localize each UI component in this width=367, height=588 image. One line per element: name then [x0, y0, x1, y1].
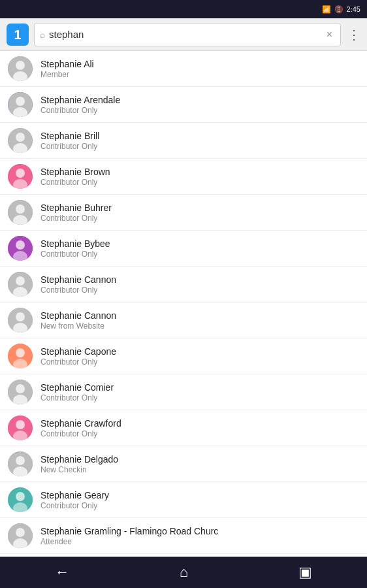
svg-point-18: [16, 240, 25, 250]
contact-info: Stephanie BrownContributor Only: [40, 167, 110, 187]
contact-name: Stephanie Bybee: [40, 238, 110, 249]
contact-sub: New Checkin: [40, 465, 118, 474]
time-display: 2:45: [347, 5, 360, 13]
list-item[interactable]: Stephanie DelgadoNew Checkin: [0, 446, 367, 482]
list-item[interactable]: Stephanie Gramling - Flamingo Road Churc…: [0, 518, 367, 554]
search-bar: 1 ⌕ × ⋮: [0, 18, 367, 51]
contact-name: Stephanie Delgado: [40, 454, 118, 465]
contact-info: Stephanie CaponeContributor Only: [40, 346, 116, 367]
nav-bar: ← ⌂ ▣: [0, 557, 367, 588]
svg-point-30: [16, 384, 25, 393]
contact-info: Stephanie GearyContributor Only: [40, 490, 109, 510]
svg-point-27: [16, 348, 25, 357]
contact-info: Stephanie CrawfordContributor Only: [40, 418, 121, 438]
back-button[interactable]: ←: [42, 559, 82, 586]
list-item[interactable]: Stephanie GearyContributor Only: [0, 482, 367, 518]
contact-name: Stephanie Geary: [40, 490, 109, 500]
signal-icon: 📵: [334, 5, 343, 14]
list-item[interactable]: Stephanie BybeeContributor Only: [0, 231, 367, 267]
contact-sub: Member: [40, 70, 94, 79]
svg-point-6: [16, 97, 25, 106]
list-item[interactable]: Stephanie ComierContributor Only: [0, 374, 367, 410]
contact-info: Stephanie CannonNew from Website: [40, 310, 116, 331]
contact-sub: Contributor Only: [40, 142, 99, 151]
contact-name: Stephanie Gramling - Flamingo Road Churc: [40, 526, 218, 536]
avatar: [8, 56, 33, 81]
contact-sub: Contributor Only: [40, 106, 120, 115]
list-item[interactable]: Stephanie CrawfordContributor Only: [0, 410, 367, 446]
contact-sub: New from Website: [40, 321, 116, 331]
contact-info: Stephanie AliMember: [40, 59, 94, 79]
svg-point-42: [16, 528, 25, 537]
list-item[interactable]: Stephanie BrillContributor Only: [0, 123, 367, 159]
contact-name: Stephanie Cannon: [40, 310, 116, 321]
avatar: [8, 344, 33, 368]
search-icon: ⌕: [40, 29, 45, 40]
contact-sub: Contributor Only: [40, 178, 110, 187]
contact-info: Stephanie CannonContributor Only: [40, 274, 116, 295]
clear-button[interactable]: ×: [324, 27, 335, 42]
contact-name: Stephanie Crawford: [40, 418, 121, 429]
avatar: [8, 416, 33, 440]
avatar: [8, 308, 33, 333]
contact-info: Stephanie ArendaleContributor Only: [40, 95, 120, 115]
svg-point-21: [16, 276, 25, 286]
list-item[interactable]: Stephanie CannonContributor Only: [0, 267, 367, 302]
list-item[interactable]: Stephanie AliMember: [0, 51, 367, 87]
contact-sub: Contributor Only: [40, 286, 116, 295]
contact-info: Stephanie Gramling - Flamingo Road Churc…: [40, 526, 218, 546]
svg-point-9: [16, 133, 25, 142]
avatar: [8, 200, 33, 225]
svg-point-15: [16, 204, 25, 214]
contact-list: Stephanie AliMember Stephanie ArendaleCo…: [0, 51, 367, 557]
svg-text:1: 1: [14, 27, 21, 42]
contact-info: Stephanie BybeeContributor Only: [40, 238, 110, 259]
more-options-button[interactable]: ⋮: [347, 27, 360, 42]
avatar: [8, 92, 33, 117]
status-bar: 📶 📵 2:45: [0, 0, 367, 18]
contact-name: Stephanie Arendale: [40, 95, 120, 105]
avatar: [8, 236, 33, 261]
contact-name: Stephanie Ali: [40, 59, 94, 69]
svg-point-33: [16, 420, 25, 429]
contact-sub: Contributor Only: [40, 501, 109, 510]
avatar: [8, 487, 33, 512]
contact-sub: Contributor Only: [40, 214, 112, 223]
contact-sub: Contributor Only: [40, 393, 114, 402]
contact-name: Stephanie Buhrer: [40, 203, 112, 213]
list-item[interactable]: Stephanie CannonNew from Website: [0, 302, 367, 338]
avatar: [8, 272, 33, 297]
list-item[interactable]: Stephanie BrownContributor Only: [0, 159, 367, 195]
contact-info: Stephanie BrillContributor Only: [40, 131, 99, 151]
home-button[interactable]: ⌂: [167, 559, 201, 586]
avatar: [8, 128, 33, 153]
svg-point-3: [16, 61, 25, 70]
avatar: [8, 523, 33, 548]
contact-info: Stephanie DelgadoNew Checkin: [40, 454, 118, 474]
contact-info: Stephanie BuhrerContributor Only: [40, 203, 112, 223]
contact-name: Stephanie Brill: [40, 131, 99, 141]
contact-name: Stephanie Cannon: [40, 274, 116, 285]
search-input-wrapper[interactable]: ⌕ ×: [34, 23, 341, 46]
status-icons: 📶 📵 2:45: [322, 5, 360, 14]
list-item[interactable]: Stephanie ArendaleContributor Only: [0, 87, 367, 123]
contact-sub: Contributor Only: [40, 429, 121, 438]
contact-sub: Contributor Only: [40, 250, 110, 259]
svg-point-36: [16, 456, 25, 465]
avatar: [8, 451, 33, 476]
list-item[interactable]: Stephanie BuhrerContributor Only: [0, 195, 367, 231]
contact-name: Stephanie Brown: [40, 167, 110, 177]
contact-sub: Contributor Only: [40, 357, 116, 367]
recent-button[interactable]: ▣: [285, 559, 325, 586]
app-logo: 1: [7, 24, 29, 46]
search-input[interactable]: [49, 29, 324, 40]
contact-info: Stephanie ComierContributor Only: [40, 382, 114, 402]
wifi-icon: 📶: [322, 5, 331, 14]
avatar: [8, 164, 33, 189]
avatar: [8, 380, 33, 404]
svg-point-24: [16, 312, 25, 321]
contact-name: Stephanie Capone: [40, 346, 116, 357]
contact-name: Stephanie Comier: [40, 382, 114, 393]
list-item[interactable]: Stephanie CaponeContributor Only: [0, 338, 367, 374]
contact-sub: Attendee: [40, 537, 218, 546]
